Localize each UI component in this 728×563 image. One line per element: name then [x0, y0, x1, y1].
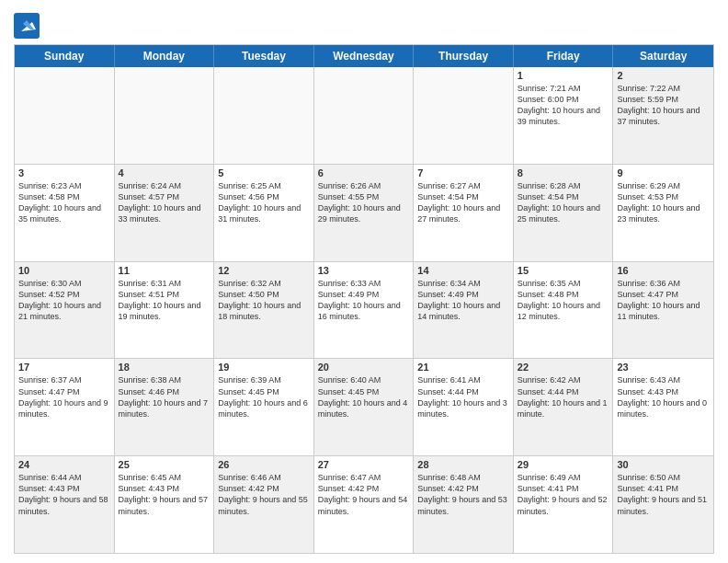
cell-info: Sunrise: 6:27 AM Sunset: 4:54 PM Dayligh…	[417, 180, 509, 225]
cell-info: Sunrise: 6:46 AM Sunset: 4:42 PM Dayligh…	[218, 472, 310, 517]
day-number: 27	[318, 459, 410, 470]
cell-info: Sunrise: 6:42 AM Sunset: 4:44 PM Dayligh…	[518, 374, 609, 419]
logo-icon	[14, 13, 40, 39]
cell-info: Sunrise: 6:40 AM Sunset: 4:45 PM Dayligh…	[318, 374, 410, 419]
day-number: 3	[18, 167, 110, 178]
calendar-cell: 12Sunrise: 6:32 AM Sunset: 4:50 PM Dayli…	[214, 262, 314, 359]
calendar-cell: 1Sunrise: 7:21 AM Sunset: 6:00 PM Daylig…	[514, 67, 614, 164]
day-number: 22	[518, 362, 609, 373]
day-number: 17	[18, 362, 110, 373]
cell-info: Sunrise: 6:37 AM Sunset: 4:47 PM Dayligh…	[18, 374, 110, 419]
day-number: 10	[18, 265, 110, 276]
calendar-cell	[414, 67, 514, 164]
cell-info: Sunrise: 6:25 AM Sunset: 4:56 PM Dayligh…	[218, 180, 310, 225]
cell-info: Sunrise: 6:26 AM Sunset: 4:55 PM Dayligh…	[318, 180, 410, 225]
cell-info: Sunrise: 6:38 AM Sunset: 4:46 PM Dayligh…	[119, 374, 210, 419]
calendar-cell: 22Sunrise: 6:42 AM Sunset: 4:44 PM Dayli…	[514, 359, 614, 455]
day-number: 7	[417, 167, 509, 178]
day-number: 15	[518, 265, 609, 276]
calendar-cell	[314, 67, 415, 164]
cell-info: Sunrise: 6:24 AM Sunset: 4:57 PM Dayligh…	[119, 180, 210, 225]
calendar-cell: 7Sunrise: 6:27 AM Sunset: 4:54 PM Daylig…	[414, 165, 514, 261]
page: SundayMondayTuesdayWednesdayThursdayFrid…	[0, 0, 728, 563]
calendar-body: 1Sunrise: 7:21 AM Sunset: 6:00 PM Daylig…	[15, 67, 713, 553]
day-number: 16	[617, 265, 710, 276]
cell-info: Sunrise: 6:32 AM Sunset: 4:50 PM Dayligh…	[218, 278, 310, 323]
header-cell-monday: Monday	[115, 45, 215, 67]
day-number: 29	[518, 459, 609, 470]
calendar-cell: 13Sunrise: 6:33 AM Sunset: 4:49 PM Dayli…	[314, 262, 415, 359]
calendar-cell: 4Sunrise: 6:24 AM Sunset: 4:57 PM Daylig…	[115, 165, 215, 261]
calendar-cell: 18Sunrise: 6:38 AM Sunset: 4:46 PM Dayli…	[115, 359, 215, 455]
calendar-cell: 23Sunrise: 6:43 AM Sunset: 4:43 PM Dayli…	[613, 359, 713, 455]
calendar-row: 3Sunrise: 6:23 AM Sunset: 4:58 PM Daylig…	[15, 165, 713, 262]
cell-info: Sunrise: 6:30 AM Sunset: 4:52 PM Dayligh…	[18, 278, 110, 323]
cell-info: Sunrise: 6:35 AM Sunset: 4:48 PM Dayligh…	[518, 278, 609, 323]
day-number: 8	[518, 167, 609, 178]
day-number: 21	[417, 362, 509, 373]
day-number: 6	[318, 167, 410, 178]
day-number: 23	[617, 362, 710, 373]
header-cell-sunday: Sunday	[15, 45, 115, 67]
cell-info: Sunrise: 6:47 AM Sunset: 4:42 PM Dayligh…	[318, 472, 410, 517]
calendar-cell: 15Sunrise: 6:35 AM Sunset: 4:48 PM Dayli…	[514, 262, 614, 359]
calendar-cell: 14Sunrise: 6:34 AM Sunset: 4:49 PM Dayli…	[414, 262, 514, 359]
calendar-row: 24Sunrise: 6:44 AM Sunset: 4:43 PM Dayli…	[15, 456, 713, 553]
calendar-cell: 17Sunrise: 6:37 AM Sunset: 4:47 PM Dayli…	[15, 359, 115, 455]
cell-info: Sunrise: 7:22 AM Sunset: 5:59 PM Dayligh…	[617, 83, 710, 128]
day-number: 30	[617, 459, 710, 470]
header-cell-saturday: Saturday	[613, 45, 713, 67]
header	[14, 9, 714, 39]
cell-info: Sunrise: 6:41 AM Sunset: 4:44 PM Dayligh…	[417, 374, 509, 419]
calendar-row: 1Sunrise: 7:21 AM Sunset: 6:00 PM Daylig…	[15, 67, 713, 165]
cell-info: Sunrise: 6:50 AM Sunset: 4:41 PM Dayligh…	[617, 472, 710, 517]
cell-info: Sunrise: 6:23 AM Sunset: 4:58 PM Dayligh…	[18, 180, 110, 225]
calendar-cell: 8Sunrise: 6:28 AM Sunset: 4:54 PM Daylig…	[514, 165, 614, 261]
logo	[14, 13, 43, 39]
cell-info: Sunrise: 7:21 AM Sunset: 6:00 PM Dayligh…	[518, 83, 609, 128]
cell-info: Sunrise: 6:29 AM Sunset: 4:53 PM Dayligh…	[617, 180, 710, 225]
day-number: 24	[18, 459, 110, 470]
header-cell-wednesday: Wednesday	[314, 45, 415, 67]
day-number: 26	[218, 459, 310, 470]
day-number: 18	[119, 362, 210, 373]
day-number: 25	[119, 459, 210, 470]
calendar-cell: 3Sunrise: 6:23 AM Sunset: 4:58 PM Daylig…	[15, 165, 115, 261]
cell-info: Sunrise: 6:36 AM Sunset: 4:47 PM Dayligh…	[617, 278, 710, 323]
day-number: 20	[318, 362, 410, 373]
calendar-cell: 5Sunrise: 6:25 AM Sunset: 4:56 PM Daylig…	[214, 165, 314, 261]
day-number: 11	[119, 265, 210, 276]
calendar-cell: 25Sunrise: 6:45 AM Sunset: 4:43 PM Dayli…	[115, 456, 215, 553]
cell-info: Sunrise: 6:45 AM Sunset: 4:43 PM Dayligh…	[119, 472, 210, 517]
day-number: 14	[417, 265, 509, 276]
cell-info: Sunrise: 6:31 AM Sunset: 4:51 PM Dayligh…	[119, 278, 210, 323]
day-number: 4	[119, 167, 210, 178]
calendar-cell: 20Sunrise: 6:40 AM Sunset: 4:45 PM Dayli…	[314, 359, 415, 455]
day-number: 1	[518, 70, 609, 81]
day-number: 28	[417, 459, 509, 470]
calendar-row: 10Sunrise: 6:30 AM Sunset: 4:52 PM Dayli…	[15, 262, 713, 360]
calendar-cell	[15, 67, 115, 164]
calendar-cell: 19Sunrise: 6:39 AM Sunset: 4:45 PM Dayli…	[214, 359, 314, 455]
calendar-cell: 29Sunrise: 6:49 AM Sunset: 4:41 PM Dayli…	[514, 456, 614, 553]
header-cell-thursday: Thursday	[414, 45, 514, 67]
calendar-cell: 24Sunrise: 6:44 AM Sunset: 4:43 PM Dayli…	[15, 456, 115, 553]
calendar-cell: 26Sunrise: 6:46 AM Sunset: 4:42 PM Dayli…	[214, 456, 314, 553]
day-number: 2	[617, 70, 710, 81]
calendar-cell: 21Sunrise: 6:41 AM Sunset: 4:44 PM Dayli…	[414, 359, 514, 455]
cell-info: Sunrise: 6:33 AM Sunset: 4:49 PM Dayligh…	[318, 278, 410, 323]
calendar-cell	[214, 67, 314, 164]
cell-info: Sunrise: 6:44 AM Sunset: 4:43 PM Dayligh…	[18, 472, 110, 517]
cell-info: Sunrise: 6:48 AM Sunset: 4:42 PM Dayligh…	[417, 472, 509, 517]
calendar-cell: 10Sunrise: 6:30 AM Sunset: 4:52 PM Dayli…	[15, 262, 115, 359]
day-number: 9	[617, 167, 710, 178]
header-cell-friday: Friday	[514, 45, 614, 67]
day-number: 19	[218, 362, 310, 373]
header-cell-tuesday: Tuesday	[214, 45, 314, 67]
cell-info: Sunrise: 6:43 AM Sunset: 4:43 PM Dayligh…	[617, 374, 710, 419]
calendar-cell	[115, 67, 215, 164]
calendar-cell: 28Sunrise: 6:48 AM Sunset: 4:42 PM Dayli…	[414, 456, 514, 553]
calendar-cell: 16Sunrise: 6:36 AM Sunset: 4:47 PM Dayli…	[613, 262, 713, 359]
cell-info: Sunrise: 6:39 AM Sunset: 4:45 PM Dayligh…	[218, 374, 310, 419]
calendar-row: 17Sunrise: 6:37 AM Sunset: 4:47 PM Dayli…	[15, 359, 713, 456]
